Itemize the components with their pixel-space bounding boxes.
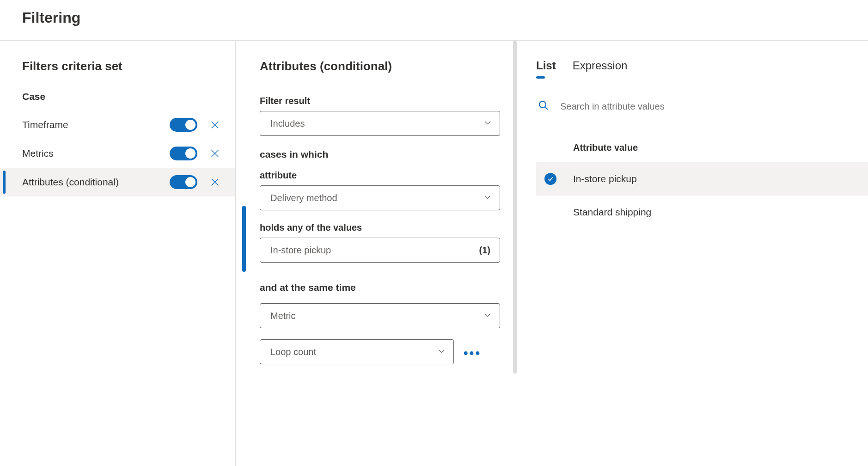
more-horizontal-icon: ••• — [464, 346, 481, 361]
tab-expression[interactable]: Expression — [573, 59, 628, 77]
remove-metrics-button[interactable] — [208, 147, 221, 160]
filter-result-select[interactable]: Includes — [260, 111, 500, 136]
filter-row-attributes-conditional[interactable]: Attributes (conditional) — [0, 168, 235, 196]
filter-label: Timeframe — [22, 119, 159, 130]
toggle-attributes[interactable] — [170, 175, 197, 189]
chevron-down-icon — [437, 346, 446, 358]
attribute-value-row[interactable]: Standard shipping — [536, 196, 868, 229]
selected-check[interactable] — [544, 206, 556, 218]
attribute-select[interactable]: Delivery method — [260, 185, 500, 210]
attribute-value-text: Standard shipping — [573, 207, 651, 218]
holds-value-count: (1) — [479, 245, 490, 256]
toggle-timeframe[interactable] — [170, 118, 197, 132]
attribute-label: attribute — [260, 170, 500, 181]
detail-heading: Attributes (conditional) — [260, 59, 500, 74]
page-title: Filtering — [22, 9, 846, 26]
attribute-value-row[interactable]: In-store pickup — [536, 162, 868, 196]
and-metric-value: Metric — [270, 311, 295, 321]
cases-in-which-label: cases in which — [260, 149, 500, 160]
metric-detail-value: Loop count — [270, 347, 316, 357]
attribute-values-panel: List Expression Attribute value In-store… — [513, 41, 868, 466]
close-icon — [210, 177, 220, 187]
filter-label: Attributes (conditional) — [22, 177, 159, 188]
attribute-value-header: Attribute value — [536, 142, 868, 153]
search-icon — [538, 100, 549, 113]
close-icon — [210, 120, 220, 130]
holds-label: holds any of the values — [260, 222, 500, 233]
tab-list[interactable]: List — [536, 59, 556, 77]
metric-detail-select[interactable]: Loop count — [260, 339, 454, 364]
remove-attributes-button[interactable] — [208, 176, 221, 189]
filter-label: Metrics — [22, 148, 159, 159]
toggle-metrics[interactable] — [170, 147, 197, 160]
filters-group-case: Case — [22, 91, 235, 102]
and-metric-select[interactable]: Metric — [260, 303, 500, 328]
svg-point-0 — [539, 101, 546, 108]
filter-row-metrics[interactable]: Metrics — [0, 139, 235, 168]
holds-value-text: In-store pickup — [270, 245, 331, 256]
chevron-down-icon — [483, 192, 492, 204]
attribute-value: Delivery method — [270, 193, 337, 203]
search-field[interactable] — [536, 97, 689, 120]
attribute-value-text: In-store pickup — [573, 173, 637, 184]
filter-detail-panel: Attributes (conditional) Filter result I… — [236, 41, 513, 466]
holds-values-box[interactable]: In-store pickup (1) — [260, 238, 500, 263]
remove-timeframe-button[interactable] — [208, 118, 221, 131]
more-actions-button[interactable]: ••• — [463, 344, 482, 362]
close-icon — [210, 148, 220, 159]
filter-result-label: Filter result — [260, 96, 500, 106]
filter-result-value: Includes — [270, 118, 305, 129]
selected-check[interactable] — [544, 173, 556, 185]
filters-heading: Filters criteria set — [22, 59, 235, 74]
filters-criteria-panel: Filters criteria set Case Timeframe Metr… — [0, 41, 236, 466]
search-input[interactable] — [560, 101, 687, 112]
and-same-time-label: and at the same time — [260, 282, 500, 293]
check-icon — [547, 176, 554, 182]
chevron-down-icon — [483, 310, 492, 322]
filter-row-timeframe[interactable]: Timeframe — [0, 110, 235, 139]
chevron-down-icon — [483, 118, 492, 129]
attribute-list-divider — [536, 229, 868, 229]
